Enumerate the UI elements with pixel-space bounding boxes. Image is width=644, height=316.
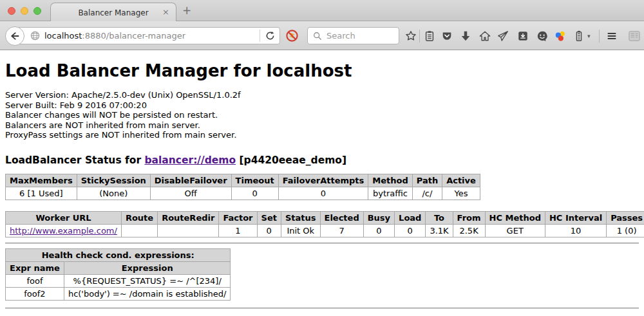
url-bar[interactable]: localhost:8880/balancer-manager xyxy=(15,27,280,44)
pocket-icon[interactable] xyxy=(441,30,453,42)
col-expression: Expression xyxy=(64,261,231,274)
cell-passes: 1 (0) xyxy=(607,224,644,237)
download-box-icon[interactable] xyxy=(517,30,529,42)
minimize-window-button[interactable] xyxy=(21,7,28,15)
col-active: Active xyxy=(442,174,480,187)
cell-expression: hc('body') =~ /domain is established/ xyxy=(64,287,231,300)
balancer-demo-link[interactable]: balancer://demo xyxy=(144,154,236,166)
balancers-notice-line: Balancers are NOT inherited from main se… xyxy=(5,120,639,131)
col-maxmembers: MaxMembers xyxy=(6,174,77,187)
loadbalancer-status-heading: LoadBalancer Status for balancer://demo … xyxy=(5,154,639,166)
section-divider xyxy=(5,243,639,244)
tab-title: Balancer Manager xyxy=(78,8,148,17)
cell-expression: %{REQUEST_STATUS} =~ /^[234]/ xyxy=(64,274,231,287)
toolbar-divider xyxy=(419,30,420,42)
cell-hc-method: GET xyxy=(485,224,545,237)
col-hc-interval: HC Interval xyxy=(545,211,606,224)
col-path: Path xyxy=(412,174,442,187)
traffic-lights xyxy=(8,7,41,15)
browser-window: Balancer Manager × + localhost:8880/bala… xyxy=(0,0,644,316)
clipboard-icon[interactable] xyxy=(424,30,435,42)
search-bar[interactable]: Search xyxy=(307,27,399,44)
col-stickysession: StickySession xyxy=(77,174,150,187)
col-set: Set xyxy=(257,211,281,224)
server-info: Server Version: Apache/2.5.0-dev (Unix) … xyxy=(5,90,639,140)
cell-expr-name: foof xyxy=(6,274,64,287)
col-timeout: Timeout xyxy=(231,174,278,187)
col-method: Method xyxy=(368,174,412,187)
tab-groups-icon[interactable] xyxy=(629,30,640,42)
cell-timeout: 0 xyxy=(231,187,278,200)
col-factor: Factor xyxy=(219,211,257,224)
cell-failoverattempts: 0 xyxy=(278,187,368,200)
cell-busy: 0 xyxy=(363,224,394,237)
url-text: localhost:8880/balancer-manager xyxy=(44,31,260,41)
cell-hc-interval: 10 xyxy=(545,224,606,237)
cell-factor: 1 xyxy=(219,224,257,237)
col-hc-method: HC Method xyxy=(485,211,545,224)
toolbar-divider xyxy=(599,30,600,42)
back-button[interactable] xyxy=(5,26,24,46)
titlebar: Balancer Manager × + xyxy=(0,0,644,21)
col-status: Status xyxy=(281,211,320,224)
balancer-data-row: 6 [1 Used] (None) Off 0 0 bytraffic /c/ … xyxy=(6,187,480,200)
globe-icon xyxy=(30,31,40,41)
cell-from: 2.5K xyxy=(453,224,485,237)
col-busy: Busy xyxy=(363,211,394,224)
new-tab-button[interactable]: + xyxy=(182,4,191,17)
cell-status: Init Ok xyxy=(281,224,320,237)
proxypass-notice-line: ProxyPass settings are NOT inherited fro… xyxy=(5,130,639,140)
zoom-window-button[interactable] xyxy=(33,7,41,15)
cell-maxmembers: 6 [1 Used] xyxy=(6,187,77,200)
url-host: localhost xyxy=(44,31,82,41)
tab-balancer-manager[interactable]: Balancer Manager × xyxy=(50,3,176,22)
flashblock-icon[interactable] xyxy=(285,29,299,42)
cell-to: 3.1K xyxy=(426,224,453,237)
bookmark-star-icon[interactable] xyxy=(405,30,417,42)
cell-expr-name: foof2 xyxy=(6,287,64,300)
overflow-caret-icon[interactable]: ▾ xyxy=(587,33,591,39)
page-content: Load Balancer Manager for localhost Serv… xyxy=(0,50,644,309)
balancer-table: MaxMembers StickySession DisableFailover… xyxy=(5,174,480,200)
col-failoverattempts: FailoverAttempts xyxy=(278,174,368,187)
hello-smiley-icon[interactable] xyxy=(536,30,548,42)
search-placeholder: Search xyxy=(327,31,355,41)
worker-header-row: Worker URL Route RouteRedir Factor Set S… xyxy=(6,211,644,224)
persist-notice-line: Balancer changes will NOT be persisted o… xyxy=(5,110,639,120)
tab-close-icon[interactable]: × xyxy=(162,7,169,17)
share-icon[interactable] xyxy=(497,30,509,42)
cell-load: 0 xyxy=(395,224,426,237)
health-caption-row: Health check cond. expressions: xyxy=(6,248,231,261)
navigation-toolbar: localhost:8880/balancer-manager Search xyxy=(0,21,644,50)
status-prefix: LoadBalancer Status for xyxy=(5,154,144,166)
cell-disablefailover: Off xyxy=(150,187,231,200)
col-expr-name: Expr name xyxy=(6,261,64,274)
server-version-line: Server Version: Apache/2.5.0-dev (Unix) … xyxy=(5,90,639,100)
battery-icon[interactable] xyxy=(573,30,585,42)
worker-data-row: http://www.example.com/ 1 0 Init Ok 7 0 … xyxy=(6,224,644,237)
col-to: To xyxy=(426,211,453,224)
downloads-icon[interactable] xyxy=(460,30,471,42)
col-route: Route xyxy=(121,211,157,224)
search-icon xyxy=(313,32,322,41)
menu-icon[interactable] xyxy=(606,30,618,42)
col-disablefailover: DisableFailover xyxy=(150,174,231,187)
cell-elected: 7 xyxy=(320,224,363,237)
cell-method: bytraffic xyxy=(368,187,412,200)
health-check-table: Health check cond. expressions: Expr nam… xyxy=(5,248,231,301)
cell-route xyxy=(121,224,157,237)
health-data-row: foof2 hc('body') =~ /domain is establish… xyxy=(6,287,231,300)
worker-table: Worker URL Route RouteRedir Factor Set S… xyxy=(5,211,644,237)
video-downloadhelper-icon[interactable] xyxy=(554,30,566,42)
url-path: :8880/balancer-manager xyxy=(82,31,185,41)
cell-stickysession: (None) xyxy=(77,187,150,200)
col-from: From xyxy=(453,211,485,224)
col-elected: Elected xyxy=(320,211,363,224)
home-icon[interactable] xyxy=(479,30,491,42)
balancer-header-row: MaxMembers StickySession DisableFailover… xyxy=(6,174,480,187)
worker-url-link[interactable]: http://www.example.com/ xyxy=(10,226,117,236)
close-window-button[interactable] xyxy=(8,7,15,15)
health-data-row: foof %{REQUEST_STATUS} =~ /^[234]/ xyxy=(6,274,231,287)
reload-button[interactable] xyxy=(260,31,279,41)
health-header-row: Expr name Expression xyxy=(6,261,231,274)
